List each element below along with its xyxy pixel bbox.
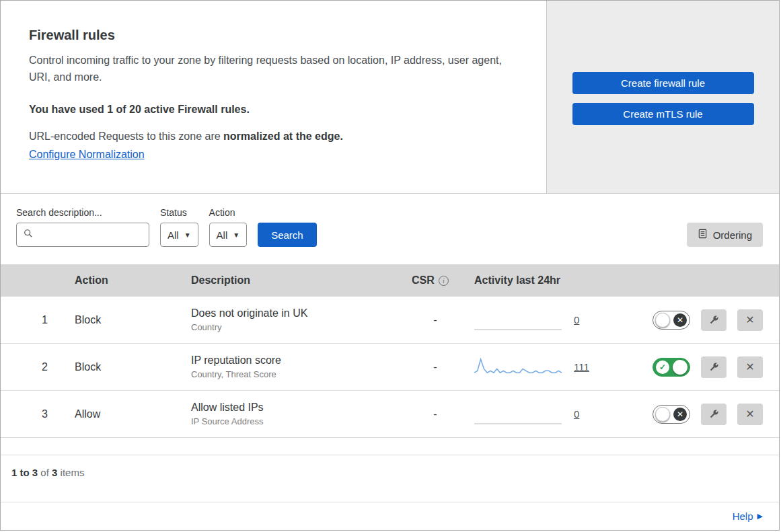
rule-priority: 1 bbox=[1, 314, 59, 326]
edit-rule-button[interactable] bbox=[701, 356, 727, 378]
wrench-icon bbox=[709, 315, 719, 325]
status-label: Status bbox=[160, 207, 198, 218]
search-box bbox=[16, 223, 149, 247]
status-filter-group: Status All ▼ bbox=[160, 207, 198, 247]
search-input[interactable] bbox=[38, 229, 142, 241]
configure-normalization-link[interactable]: Configure Normalization bbox=[29, 149, 145, 161]
arrow-right-icon: ▶ bbox=[757, 512, 763, 521]
rule-controls: ✕ ✕ bbox=[628, 404, 779, 425]
header-action: Action bbox=[59, 274, 178, 287]
filter-bar: Search description... Status All ▼ Actio… bbox=[1, 194, 779, 264]
create-mtls-rule-button[interactable]: Create mTLS rule bbox=[572, 103, 754, 125]
rule-csr: - bbox=[404, 314, 466, 326]
rule-activity-cell: 0 bbox=[466, 403, 628, 426]
activity-count-link[interactable]: 0 bbox=[574, 314, 579, 326]
search-label: Search description... bbox=[16, 207, 149, 218]
activity-sparkline bbox=[474, 403, 562, 426]
rule-action: Allow bbox=[59, 408, 178, 420]
table-spacer bbox=[1, 438, 779, 455]
create-firewall-rule-button[interactable]: Create firewall rule bbox=[572, 72, 754, 94]
table-row: 1 Block Does not originate in UK Country… bbox=[1, 297, 779, 344]
rule-action: Block bbox=[59, 361, 178, 373]
header-csr: CSR i bbox=[404, 274, 466, 287]
search-button[interactable]: Search bbox=[258, 223, 317, 247]
firewall-rules-page: Firewall rules Control incoming traffic … bbox=[0, 0, 780, 531]
delete-rule-button[interactable]: ✕ bbox=[737, 309, 763, 331]
activity-count-link[interactable]: 111 bbox=[574, 361, 589, 373]
page-description: Control incoming traffic to your zone by… bbox=[29, 52, 513, 86]
help-bar: Help ▶ bbox=[1, 502, 779, 530]
close-icon: ✕ bbox=[745, 313, 754, 326]
close-icon: ✕ bbox=[745, 408, 754, 420]
rule-criteria: Country, Threat Score bbox=[191, 369, 404, 379]
info-icon[interactable]: i bbox=[439, 276, 449, 286]
edit-rule-button[interactable] bbox=[701, 404, 727, 425]
normalization-note-bold: normalized at the edge. bbox=[223, 130, 343, 142]
status-select[interactable]: All ▼ bbox=[160, 223, 198, 247]
delete-rule-button[interactable]: ✕ bbox=[737, 356, 763, 378]
rule-description-cell: IP reputation score Country, Threat Scor… bbox=[178, 354, 404, 379]
normalization-note-text: URL-encoded Requests to this zone are bbox=[29, 130, 223, 142]
toggle-knob bbox=[655, 313, 670, 328]
toggle-knob bbox=[673, 360, 687, 375]
usage-summary: You have used 1 of 20 active Firewall ru… bbox=[29, 104, 519, 116]
action-label: Action bbox=[209, 207, 248, 218]
wrench-icon bbox=[709, 409, 719, 419]
action-filter-group: Action All ▼ bbox=[209, 207, 248, 247]
header-csr-label: CSR bbox=[412, 274, 435, 287]
rule-description-cell: Allow listed IPs IP Source Address bbox=[178, 402, 404, 426]
activity-sparkline bbox=[474, 356, 562, 379]
table-row: 3 Allow Allow listed IPs IP Source Addre… bbox=[1, 391, 779, 438]
rule-enabled-toggle[interactable]: ✕ bbox=[653, 405, 690, 424]
chevron-down-icon: ▼ bbox=[184, 231, 191, 239]
items-range: 1 to 3 bbox=[11, 467, 38, 478]
edit-rule-button[interactable] bbox=[701, 309, 727, 331]
rule-activity-cell: 111 bbox=[466, 356, 628, 379]
actions-panel: Create firewall rule Create mTLS rule bbox=[547, 1, 779, 193]
items-of: of bbox=[38, 467, 52, 478]
rule-description: Allow listed IPs bbox=[191, 402, 404, 414]
rule-controls: ✓ ✕ bbox=[628, 356, 779, 378]
help-link-label: Help bbox=[733, 510, 753, 522]
rule-controls: ✕ ✕ bbox=[628, 309, 779, 331]
action-select[interactable]: All ▼ bbox=[209, 223, 248, 247]
activity-count-link[interactable]: 0 bbox=[574, 408, 579, 420]
rule-enabled-toggle[interactable]: ✓ bbox=[653, 358, 690, 377]
ordering-icon bbox=[698, 229, 708, 241]
action-select-value: All bbox=[217, 229, 228, 241]
rule-criteria: IP Source Address bbox=[191, 416, 404, 426]
search-group: Search description... bbox=[16, 207, 149, 247]
page-title: Firewall rules bbox=[29, 28, 519, 43]
rule-enabled-toggle[interactable]: ✕ bbox=[653, 311, 690, 330]
rule-description-cell: Does not originate in UK Country bbox=[178, 307, 404, 332]
wrench-icon bbox=[709, 362, 719, 372]
normalization-note: URL-encoded Requests to this zone are no… bbox=[29, 130, 519, 143]
rule-priority: 3 bbox=[1, 408, 59, 420]
intro-card: Firewall rules Control incoming traffic … bbox=[1, 1, 547, 193]
search-icon bbox=[24, 229, 33, 241]
rule-action: Block bbox=[59, 314, 178, 326]
rule-csr: - bbox=[404, 408, 466, 420]
toggle-knob bbox=[655, 407, 670, 422]
rule-activity-cell: 0 bbox=[466, 309, 628, 332]
items-label: items bbox=[57, 467, 84, 478]
chevron-down-icon: ▼ bbox=[233, 231, 239, 239]
rule-description: IP reputation score bbox=[191, 354, 404, 367]
ordering-button[interactable]: Ordering bbox=[687, 223, 763, 247]
help-link[interactable]: Help ▶ bbox=[733, 510, 763, 522]
toggle-state-icon: ✕ bbox=[673, 408, 687, 421]
status-select-value: All bbox=[168, 229, 179, 241]
rule-criteria: Country bbox=[191, 322, 404, 332]
rule-description: Does not originate in UK bbox=[191, 307, 404, 319]
delete-rule-button[interactable]: ✕ bbox=[737, 404, 763, 425]
close-icon: ✕ bbox=[745, 360, 754, 373]
toggle-state-icon: ✕ bbox=[673, 313, 687, 327]
header-activity: Activity last 24hr bbox=[466, 274, 628, 287]
header-description: Description bbox=[178, 274, 404, 287]
rule-priority: 2 bbox=[1, 361, 59, 373]
ordering-button-label: Ordering bbox=[713, 229, 752, 241]
table-row: 2 Block IP reputation score Country, Thr… bbox=[1, 344, 779, 391]
toggle-state-icon: ✓ bbox=[656, 360, 669, 374]
table-header: Action Description CSR i Activity last 2… bbox=[1, 264, 779, 297]
intro-section: Firewall rules Control incoming traffic … bbox=[1, 1, 779, 194]
